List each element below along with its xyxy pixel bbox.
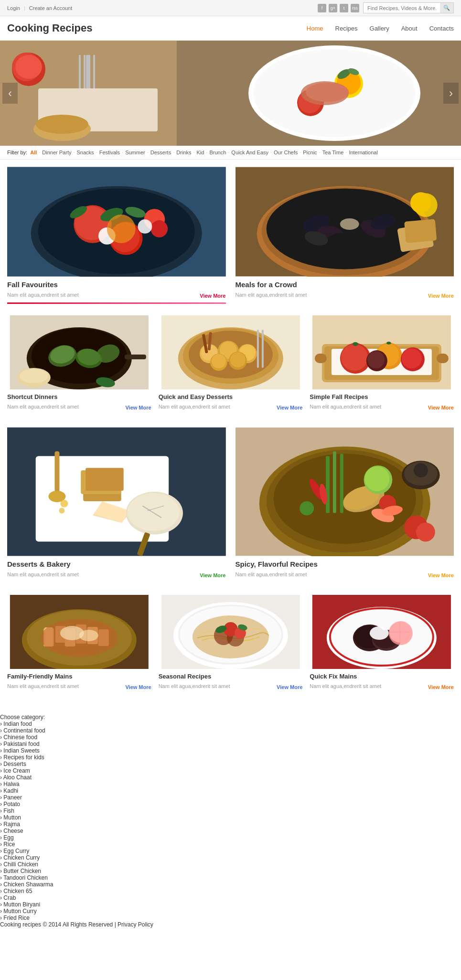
hero-next-arrow[interactable]: › [443,83,459,104]
cat-indian-sweets[interactable]: › Indian Sweets [0,747,461,754]
cat-chilli-chicken[interactable]: › Chilli Chicken [0,861,461,868]
filter-quick-easy[interactable]: Quick And Easy [231,150,268,155]
cat-ice-cream[interactable]: › Ice Cream [0,767,461,774]
card-shortcut-dinners[interactable]: Shortcut Dinners Nam elit agua,endrerit … [7,315,151,418]
search-input[interactable] [364,4,440,12]
nav-recipes[interactable]: Recipes [335,25,358,32]
card-desc-quick-mains: Nam elit agua,endrerit sit amet [310,683,428,689]
filter-international[interactable]: International [349,150,378,155]
site-logo[interactable]: Cooking Recipes [7,22,92,34]
cat-mutton-biryani[interactable]: › Mutton Biryani [0,901,461,908]
cat-chinese-food[interactable]: › Chinese food [0,734,461,741]
quick-desserts-image [159,315,303,389]
cat-crab[interactable]: › Crab [0,894,461,901]
category-section: Choose category: › Indian food › Contine… [0,714,461,921]
cat-arrow-26: › [0,888,2,894]
cat-potato[interactable]: › Potato [0,801,461,808]
cat-rice[interactable]: › Rice [0,841,461,848]
cat-chicken-65[interactable]: › Chicken 65 [0,888,461,894]
cat-egg[interactable]: › Egg [0,834,461,841]
login-link[interactable]: Login [7,5,20,11]
cat-cheese[interactable]: › Cheese [0,828,461,834]
twitter-icon[interactable]: t [340,4,348,12]
card-seasonal[interactable]: Seasonal Recipes Nam elit agua,endrerit … [159,595,303,697]
card-desserts-bakery[interactable]: Desserts & Bakery Nam elit agua,endrerit… [7,427,226,585]
cat-kadhi[interactable]: › Kadhi [0,787,461,794]
googleplus-icon[interactable]: g+ [329,4,337,12]
card-footer-spicy: Nam elit agua,endrerit sit amet View Mor… [236,570,454,579]
filter-kid[interactable]: Kid [196,150,204,155]
filter-summer[interactable]: Summer [125,150,145,155]
view-more-seasonal[interactable]: View More [277,684,302,690]
cat-arrow-20: › [0,848,2,854]
view-more-spicy[interactable]: View More [428,572,454,578]
card-meals-crowd[interactable]: Meals for a Crowd Nam elit agua,endrerit… [236,167,454,306]
cat-aloo-chaat[interactable]: › Aloo Chaat [0,774,461,781]
card-quick-mains[interactable]: Quick Fix Mains Nam elit agua,endrerit s… [310,595,454,697]
view-more-meals[interactable]: View More [428,293,454,299]
cat-indian-food[interactable]: › Indian food [0,721,461,727]
filter-tea-time[interactable]: Tea Time [322,150,344,155]
nav-gallery[interactable]: Gallery [370,25,389,32]
svg-point-102 [353,342,358,346]
search-button[interactable]: 🔍 [440,3,453,13]
cat-tandoori-chicken[interactable]: › Tandoori Chicken [0,874,461,881]
cat-halwa[interactable]: › Halwa [0,781,461,787]
card-family-mains[interactable]: Family-Friendly Mains Nam elit agua,endr… [7,595,151,697]
cat-butter-chicken[interactable]: › Butter Chicken [0,868,461,874]
cat-rajma[interactable]: › Rajma [0,821,461,828]
card-info-quick-desserts: Quick and Easy Desserts Nam elit agua,en… [159,389,303,418]
card-simple-fall[interactable]: Simple Fall Recipes Nam elit agua,endrer… [310,315,454,418]
filter-desserts[interactable]: Desserts [150,150,171,155]
filter-drinks[interactable]: Drinks [176,150,191,155]
nav-contacts[interactable]: Contacts [429,25,454,32]
filter-snacks[interactable]: Snacks [77,150,94,155]
card-info-desserts-bakery: Desserts & Bakery Nam elit agua,endrerit… [7,556,226,585]
view-more-family[interactable]: View More [125,684,151,690]
cat-recipes-kids[interactable]: › Recipes for kids [0,754,461,761]
filter-brunch[interactable]: Brunch [209,150,226,155]
cat-paneer[interactable]: › Paneer [0,794,461,801]
filter-all[interactable]: All [30,150,37,155]
view-more-quick-desserts[interactable]: View More [277,405,302,410]
cat-fish[interactable]: › Fish [0,808,461,814]
footer-separator: | [115,921,116,928]
card-desc-spicy: Nam elit agua,endrerit sit amet [236,571,428,577]
cat-mutton-curry[interactable]: › Mutton Curry [0,908,461,915]
card-spicy-recipes[interactable]: Spicy, Flavorful Recipes Nam elit agua,e… [236,427,454,585]
facebook-icon[interactable]: f [318,4,326,12]
card-quick-desserts[interactable]: Quick and Easy Desserts Nam elit agua,en… [159,315,303,418]
view-more-fall[interactable]: View More [200,293,225,299]
cat-chicken-curry[interactable]: › Chicken Curry [0,854,461,861]
filter-our-chefs[interactable]: Our Chefs [274,150,298,155]
filter-dinner-party[interactable]: Dinner Party [42,150,71,155]
cat-egg-curry[interactable]: › Egg Curry [0,848,461,854]
card-title-family: Family-Friendly Mains [7,673,151,680]
create-account-link[interactable]: Create an Account [29,5,73,11]
card-title-spicy: Spicy, Flavorful Recipes [236,560,454,568]
cat-pakistani-food[interactable]: › Pakistani food [0,741,461,747]
filter-picnic[interactable]: Picnic [303,150,317,155]
view-more-quick-mains[interactable]: View More [428,684,454,690]
view-more-desserts-bakery[interactable]: View More [200,572,225,578]
view-more-simple-fall[interactable]: View More [428,405,454,410]
card-image-fall [7,167,226,277]
filter-festivals[interactable]: Festivals [99,150,120,155]
footer-privacy[interactable]: Privacy Policy [118,921,153,928]
shortcut-dinners-image [7,315,151,389]
cat-fried-rice[interactable]: › Fried Rice [0,915,461,921]
view-more-shortcut[interactable]: View More [125,405,151,410]
svg-rect-5 [88,55,90,93]
cat-mutton[interactable]: › Mutton [0,814,461,821]
nav-about[interactable]: About [401,25,418,32]
divider-quick-mains [310,694,454,695]
nav-home[interactable]: Home [307,25,323,32]
hero-prev-arrow[interactable]: ‹ [2,83,18,104]
cat-chicken-shawarma[interactable]: › Chicken Shawarma [0,881,461,888]
category-col-1: › Indian food › Continental food › Chine… [0,721,461,754]
rss-icon[interactable]: rss [351,4,359,12]
cat-continental-food[interactable]: › Continental food [0,727,461,734]
card-fall-favourites[interactable]: Fall Favourites Nam elit agua,endrerit s… [7,167,226,306]
svg-rect-91 [315,354,327,363]
cat-desserts[interactable]: › Desserts [0,761,461,767]
